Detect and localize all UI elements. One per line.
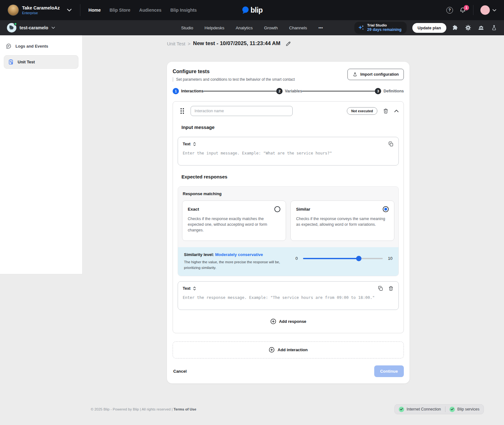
option-label: Exact bbox=[188, 207, 199, 212]
top-nav-audiences[interactable]: Audiences bbox=[139, 8, 162, 13]
select-chevrons-icon bbox=[193, 286, 196, 291]
lab-flask-icon[interactable] bbox=[491, 25, 497, 31]
interaction-card: Not executed bbox=[173, 101, 404, 333]
response-message-textarea[interactable] bbox=[178, 291, 398, 310]
top-nav-blip-insights[interactable]: Blip Insights bbox=[170, 8, 197, 13]
bot-nav-growth[interactable]: Growth bbox=[264, 26, 278, 30]
delete-interaction-button[interactable] bbox=[383, 108, 389, 114]
trash-icon bbox=[383, 108, 389, 114]
blip-logo[interactable]: blip bbox=[241, 6, 262, 15]
page-title: New test - 10/07/2025, 11:23:44 AM bbox=[193, 40, 280, 47]
continue-button[interactable]: Continue bbox=[374, 365, 404, 377]
org-avatar bbox=[8, 4, 19, 16]
import-configuration-button[interactable]: Import configuration bbox=[347, 69, 404, 80]
input-message-textarea[interactable] bbox=[178, 147, 398, 165]
input-message-box: Text bbox=[178, 137, 399, 166]
integrations-puzzle-icon[interactable] bbox=[452, 25, 458, 31]
unit-test-clipboard-check-icon bbox=[8, 59, 14, 65]
add-interaction-label: Add interaction bbox=[278, 347, 307, 352]
sidebar-item-label: Unit Test bbox=[18, 60, 35, 64]
page-content: Logs and Events Unit Test Unit Test > Ne… bbox=[0, 35, 504, 425]
similarity-description: The higher the value, the more precise t… bbox=[184, 259, 289, 271]
breadcrumb-parent[interactable]: Unit Test bbox=[167, 41, 185, 46]
top-nav-blip-store[interactable]: Blip Store bbox=[110, 8, 130, 13]
chevron-up-icon bbox=[394, 109, 399, 113]
topbar-divider-right bbox=[473, 5, 473, 15]
drag-handle[interactable] bbox=[180, 108, 184, 114]
card-subtitle: Set parameters and conditions to test th… bbox=[173, 77, 295, 82]
add-response-label: Add response bbox=[279, 319, 306, 324]
input-type-label: Text bbox=[183, 142, 191, 146]
notifications-button[interactable]: 1 bbox=[459, 7, 466, 14]
bot-nav-analytics[interactable]: Analytics bbox=[236, 26, 253, 30]
collapse-interaction-button[interactable] bbox=[394, 109, 399, 113]
trial-status-chip: Trial Studio 29 days remaining bbox=[354, 22, 407, 34]
status-label: Internet Connection bbox=[407, 407, 441, 411]
user-menu[interactable] bbox=[480, 5, 496, 15]
org-chevron-down-icon[interactable] bbox=[67, 9, 72, 12]
step-1-circle: 1 bbox=[173, 88, 179, 94]
update-plan-button[interactable]: Update plan bbox=[412, 23, 446, 33]
terms-of-use-link[interactable]: Terms of Use bbox=[174, 407, 196, 411]
bot-nav-more-ellipsis[interactable]: ••• bbox=[318, 26, 323, 30]
response-type-select[interactable]: Text bbox=[183, 286, 196, 291]
step-interactions[interactable]: 1 Interactions bbox=[173, 88, 203, 94]
sidebar-item-logs-and-events[interactable]: Logs and Events bbox=[0, 40, 82, 53]
add-response-button[interactable]: Add response bbox=[268, 318, 308, 325]
internet-connection-status: Internet Connection bbox=[399, 407, 441, 412]
matching-option-exact[interactable]: Exact Checks if the response exactly mat… bbox=[182, 201, 286, 241]
help-icon[interactable]: ? bbox=[446, 7, 453, 14]
bot-switcher[interactable]: test-caramelo bbox=[7, 23, 55, 32]
matching-option-similar[interactable]: Similar Checks if the response conveys t… bbox=[290, 201, 394, 241]
edit-title-pencil-icon[interactable] bbox=[285, 41, 291, 47]
interaction-name-input[interactable] bbox=[191, 106, 293, 116]
page-footer: © 2025 Blip - Powered by Blip | All righ… bbox=[0, 404, 504, 414]
slider-max-label: 10 bbox=[388, 256, 392, 261]
plus-circle-icon bbox=[269, 347, 275, 353]
notification-count-badge: 1 bbox=[464, 5, 469, 10]
sidebar-item-label: Logs and Events bbox=[15, 44, 48, 49]
input-type-select[interactable]: Text bbox=[183, 142, 196, 147]
similarity-level-label: Similarity level: bbox=[184, 252, 214, 257]
status-badge: Not executed bbox=[347, 107, 377, 115]
import-configuration-label: Import configuration bbox=[360, 72, 399, 77]
bot-name: test-caramelo bbox=[20, 25, 48, 30]
response-matching-panel: Response matching Exact Checks if the re… bbox=[178, 186, 399, 276]
user-avatar bbox=[480, 5, 490, 15]
bot-nav-studio[interactable]: Studio bbox=[181, 26, 193, 30]
step-3-label: Definitions bbox=[383, 89, 404, 93]
logs-chat-bubble-icon bbox=[6, 43, 12, 49]
status-divider bbox=[445, 406, 445, 412]
top-nav-home[interactable]: Home bbox=[89, 8, 101, 13]
top-nav: Home Blip Store Audiences Blip Insights bbox=[89, 8, 197, 13]
delete-response-button[interactable] bbox=[388, 286, 394, 291]
user-chevron-down-icon bbox=[492, 9, 496, 12]
bot-avatar bbox=[7, 23, 16, 32]
slider-thumb[interactable] bbox=[356, 256, 361, 261]
team-users-icon[interactable] bbox=[478, 25, 484, 31]
step-connector bbox=[302, 91, 375, 91]
duplicate-response-button[interactable] bbox=[378, 286, 383, 291]
blip-logo-text: blip bbox=[250, 6, 262, 15]
upload-icon bbox=[352, 72, 358, 77]
cancel-button[interactable]: Cancel bbox=[173, 367, 187, 376]
bot-nav-channels[interactable]: Channels bbox=[289, 26, 307, 30]
radio-exact-unchecked[interactable] bbox=[274, 206, 280, 212]
duplicate-input-button[interactable] bbox=[388, 141, 394, 147]
main-area: Unit Test > New test - 10/07/2025, 11:23… bbox=[167, 35, 410, 383]
add-interaction-button[interactable]: Add interaction bbox=[173, 341, 404, 358]
blip-logo-icon bbox=[241, 6, 249, 15]
step-3-circle: 3 bbox=[375, 88, 381, 94]
settings-gear-icon[interactable] bbox=[465, 25, 471, 31]
step-definitions[interactable]: 3 Definitions bbox=[375, 88, 404, 94]
option-label: Similar bbox=[296, 207, 310, 212]
bot-nav-helpdesks[interactable]: Helpdesks bbox=[204, 26, 224, 30]
step-variables[interactable]: 2 Variables bbox=[276, 88, 302, 94]
sidebar-item-unit-test[interactable]: Unit Test bbox=[4, 55, 78, 69]
radio-similar-checked[interactable] bbox=[383, 206, 389, 212]
org-switcher[interactable]: Take CarameloAz Enterprise bbox=[8, 4, 60, 16]
sparkles-icon bbox=[358, 24, 364, 31]
slider-track[interactable] bbox=[303, 258, 382, 259]
response-matching-title: Response matching bbox=[182, 191, 394, 196]
similarity-level-value-link[interactable]: Moderately conservative bbox=[215, 252, 263, 257]
